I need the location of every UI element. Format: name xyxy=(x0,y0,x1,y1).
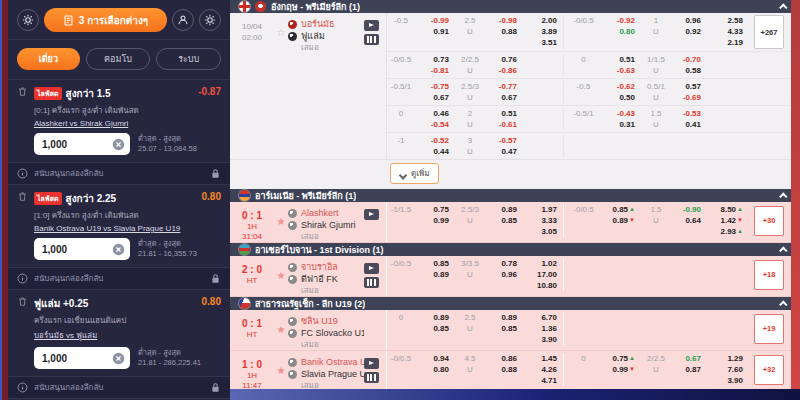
odds-value[interactable]: -0.90 xyxy=(683,204,701,215)
odds-value[interactable]: 0.47 xyxy=(501,146,517,157)
team-name[interactable]: จาบราอิล xyxy=(288,261,364,273)
odds-value[interactable]: 0.99 xyxy=(433,215,449,226)
settings-gear-icon[interactable] xyxy=(17,9,39,31)
clear-stake-icon[interactable] xyxy=(112,243,125,256)
odds-value[interactable]: 4.71 xyxy=(541,375,557,386)
odds-value[interactable]: 6.70 xyxy=(541,312,557,323)
odds-value[interactable]: -0.63 xyxy=(617,65,635,76)
team-name[interactable]: ซลิน U19 xyxy=(288,315,364,327)
odds-value[interactable]: -0.92 xyxy=(617,15,635,26)
bet-match-link[interactable]: Alashkert vs Shirak Gjumri xyxy=(34,119,221,128)
bet-match-link[interactable]: บอร์นมัธ vs ฟูแล่ม xyxy=(34,329,221,342)
odds-value[interactable]: 0.41 xyxy=(685,119,701,130)
team-name[interactable]: FC Slovacko U19 xyxy=(288,327,364,339)
trash-icon[interactable] xyxy=(17,191,28,202)
odds-value[interactable]: 0.89 xyxy=(501,204,517,215)
trash-icon[interactable] xyxy=(17,296,28,307)
favorite-star-icon[interactable]: ★ xyxy=(274,205,288,242)
league-header[interactable]: อาเซอร์ไบจาน - 1st Division (1) xyxy=(230,243,800,256)
odds-value[interactable]: 0.85▲ xyxy=(612,204,635,215)
clear-stake-icon[interactable] xyxy=(112,352,125,365)
bet-match-link[interactable]: Banik Ostrava U19 vs Slavia Prague U19 xyxy=(34,224,221,233)
odds-value[interactable]: 0.75 xyxy=(433,204,449,215)
more-markets-button[interactable]: +267 xyxy=(754,15,784,49)
odds-value[interactable]: 1.42▼ xyxy=(720,215,743,226)
odds-value[interactable]: -0.75 xyxy=(431,81,449,92)
more-markets-button[interactable]: +30 xyxy=(754,206,784,236)
odds-value[interactable]: -0.62 xyxy=(617,81,635,92)
team-name[interactable]: Alashkert xyxy=(288,207,364,219)
betslip-tab-2[interactable]: ระบบ xyxy=(156,48,221,70)
video-icon[interactable] xyxy=(364,209,379,220)
odds-value[interactable]: -0.57 xyxy=(499,135,517,146)
odds-value[interactable]: 0.96 xyxy=(685,15,701,26)
odds-value[interactable]: 0.85 xyxy=(501,215,517,226)
team-name[interactable]: Shirak Gjumri xyxy=(288,219,364,231)
clear-stake-icon[interactable] xyxy=(112,138,125,151)
league-header[interactable]: อาร์เมเนีย - พรีเมียร์ลีก (1) xyxy=(230,189,800,202)
odds-value[interactable]: 0.85 xyxy=(501,323,517,334)
odds-value[interactable]: -0.77 xyxy=(499,81,517,92)
odds-value[interactable]: 0.88 xyxy=(501,26,517,37)
odds-value[interactable]: 1.36 xyxy=(541,323,557,334)
more-markets-button[interactable]: +32 xyxy=(754,355,784,385)
team-name[interactable]: บอร์นมัธ xyxy=(288,18,364,30)
odds-value[interactable]: -0.54 xyxy=(431,119,449,130)
odds-value[interactable]: 0.31 xyxy=(619,119,635,130)
stake-input[interactable]: 1,000 xyxy=(34,238,130,260)
odds-value[interactable]: 0.51 xyxy=(619,54,635,65)
odds-value[interactable]: 4.33 xyxy=(727,26,743,37)
favorite-star-icon[interactable]: ★ xyxy=(274,354,288,389)
odds-value[interactable]: 0.58 xyxy=(685,65,701,76)
team-name[interactable]: Banik Ostrava U19 xyxy=(288,356,364,368)
odds-value[interactable]: 0.94 xyxy=(433,353,449,364)
odds-value[interactable]: 0.80 xyxy=(619,26,635,37)
odds-value[interactable]: 0.80 xyxy=(433,364,449,375)
favorite-star-icon[interactable]: ★ xyxy=(274,313,288,350)
odds-value[interactable]: -0.69 xyxy=(683,92,701,103)
chevron-up-icon[interactable] xyxy=(779,300,787,308)
odds-value[interactable]: -0.53 xyxy=(683,108,701,119)
odds-value[interactable]: -0.70 xyxy=(683,54,701,65)
odds-value[interactable]: -0.61 xyxy=(499,119,517,130)
odds-value[interactable]: 3.89 xyxy=(541,26,557,37)
video-icon[interactable] xyxy=(364,20,379,31)
bet-count-button[interactable]: 3 การเลือกต่างๆ xyxy=(44,8,167,32)
betslip-tab-1[interactable]: คอมโบ xyxy=(86,48,151,70)
odds-value[interactable]: 0.64 xyxy=(685,215,701,226)
odds-value[interactable]: 0.76 xyxy=(501,54,517,65)
odds-value[interactable]: 1.29 xyxy=(727,353,743,364)
odds-value[interactable]: -0.81 xyxy=(431,65,449,76)
odds-value[interactable]: -0.98 xyxy=(499,15,517,26)
team-name[interactable]: ดีฟาอี FK xyxy=(288,273,364,285)
more-markets-button[interactable]: +19 xyxy=(754,314,784,344)
odds-value[interactable]: 0.78 xyxy=(501,258,517,269)
odds-value[interactable]: -0.99 xyxy=(431,15,449,26)
video-icon[interactable] xyxy=(364,358,379,369)
odds-value[interactable]: 0.67 xyxy=(685,353,701,364)
odds-value[interactable]: 2.19 xyxy=(727,37,743,48)
odds-value[interactable]: 0.91 xyxy=(433,26,449,37)
odds-value[interactable]: 0.85 xyxy=(433,323,449,334)
odds-value[interactable]: 0.67 xyxy=(433,92,449,103)
league-header[interactable]: สาธารณรัฐเช็ก - ลีก U19 (2) xyxy=(230,297,800,310)
stats-icon[interactable] xyxy=(364,277,379,288)
betslip-tab-0[interactable]: เดี่ยว xyxy=(17,48,80,70)
odds-value[interactable]: 0.51 xyxy=(501,108,517,119)
odds-value[interactable]: 0.99▼ xyxy=(612,364,635,375)
odds-value[interactable]: 0.88 xyxy=(501,364,517,375)
odds-value[interactable]: 0.85 xyxy=(433,258,449,269)
odds-value[interactable]: 17.00 xyxy=(537,269,557,280)
odds-value[interactable]: 0.73 xyxy=(433,54,449,65)
odds-value[interactable]: 3.33 xyxy=(541,215,557,226)
odds-value[interactable]: 3.90 xyxy=(727,375,743,386)
team-name[interactable]: Slavia Prague U19 xyxy=(288,368,364,380)
odds-value[interactable]: 3.05 xyxy=(541,226,557,237)
stake-input[interactable]: 1,000 xyxy=(34,133,130,155)
chevron-up-icon[interactable] xyxy=(779,246,787,254)
odds-value[interactable]: 0.46 xyxy=(433,108,449,119)
odds-value[interactable]: 1.45 xyxy=(541,353,557,364)
odds-value[interactable]: 0.50 xyxy=(619,92,635,103)
odds-value[interactable]: 0.67 xyxy=(501,92,517,103)
team-name[interactable]: ฟูแล่ม xyxy=(288,30,364,42)
